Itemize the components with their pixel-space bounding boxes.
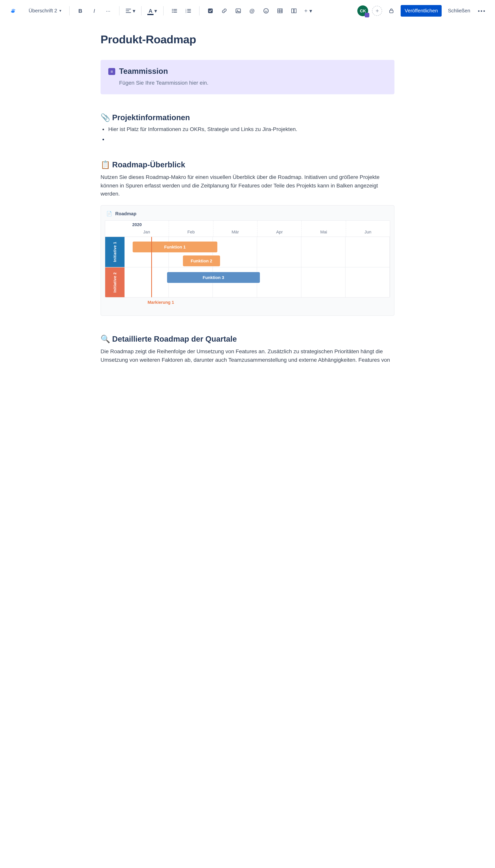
roadmap-marker-line [151,237,152,297]
roadmap-timeline-header: 2020 Jan Feb Mär Apr Mai Jun [105,221,390,237]
svg-point-2 [172,12,173,13]
panel-icon: ≡ [108,68,115,75]
list-item-empty[interactable] [108,136,394,141]
svg-rect-15 [390,10,393,13]
confluence-logo-icon[interactable] [8,5,19,16]
svg-rect-6 [208,8,212,13]
more-formatting-button[interactable]: ··· [103,5,114,16]
close-button[interactable]: Schließen [445,5,473,16]
text-style-select[interactable]: Überschrift 2 ▾ [26,5,64,16]
svg-rect-13 [291,9,293,13]
month-label: Jun [345,221,390,236]
svg-point-0 [172,9,173,10]
lane-area: Funktion 3 [124,267,390,297]
insert-button[interactable]: ＋▾ [302,5,313,16]
section-project-info[interactable]: 📎 Projektinformationen [101,113,394,122]
page-title[interactable]: Produkt-Roadmap [101,33,394,46]
month-label: Mai [302,221,346,236]
svg-rect-14 [294,9,296,13]
mission-heading: Teammission [119,67,168,76]
publish-button[interactable]: Veröffentlichen [401,5,442,16]
magnifier-icon: 🔍 [101,334,108,343]
paperclip-icon: 📎 [101,113,108,122]
chevron-down-icon: ▾ [154,7,157,14]
avatar-initials: CK [360,8,366,13]
month-label: Mär [213,221,257,236]
roadmap-lane: Initiative 1 Funktion 1Funktion 2 [105,237,390,267]
svg-rect-12 [277,9,282,13]
invite-button[interactable]: ＋ [372,5,382,16]
toolbar-separator [69,6,69,15]
roadmap-bar[interactable]: Funktion 1 [133,242,217,252]
lane-label: Initiative 1 [105,237,124,267]
roadmap-marker-label: Markierung 1 [148,300,390,304]
detailed-heading: Detaillierte Roadmap der Quartale [112,335,237,343]
emoji-button[interactable] [260,5,271,16]
image-button[interactable] [233,5,243,16]
numbered-list-button[interactable]: 123 [183,5,193,16]
project-info-heading: Projektinformationen [112,113,190,122]
roadmap-bar[interactable]: Funktion 2 [183,255,220,266]
editor-toolbar: Überschrift 2 ▾ B I ··· ▾ A ▾ 123 [0,0,495,22]
roadmap-year: 2020 [132,222,142,227]
month-label: Feb [169,221,213,236]
text-style-label: Überschrift 2 [29,8,57,14]
toolbar-separator [163,6,164,15]
mention-button[interactable]: @ [246,5,257,16]
document-body[interactable]: Produkt-Roadmap ≡ Teammission Fügen Sie … [101,33,394,366]
section-roadmap[interactable]: 📋 Roadmap-Überblick [101,160,394,169]
roadmap-macro-title: Roadmap [115,211,136,216]
svg-point-9 [263,8,268,13]
toolbar-separator [119,6,119,15]
roadmap-intro[interactable]: Nutzen Sie dieses Roadmap-Makro für eine… [101,173,394,198]
table-button[interactable] [274,5,285,16]
svg-point-8 [237,10,238,11]
roadmap-lane: Initiative 2 Funktion 3 [105,267,390,297]
bold-button[interactable]: B [75,5,86,16]
project-info-list[interactable]: Hier ist Platz für Informationen zu OKRs… [101,126,394,141]
roadmap-body: Initiative 1 Funktion 1Funktion 2 Initia… [105,237,390,297]
chevron-down-icon: ▾ [309,7,312,14]
month-label: Apr [257,221,302,236]
publish-label: Veröffentlichen [405,8,438,14]
section-detailed[interactable]: 🔍 Detaillierte Roadmap der Quartale [101,334,394,343]
svg-point-1 [172,10,173,11]
layouts-button[interactable] [288,5,299,16]
text-color-button[interactable]: A ▾ [147,5,158,16]
roadmap-heading: Roadmap-Überblick [112,160,185,169]
mission-panel[interactable]: ≡ Teammission Fügen Sie Ihre Teammission… [101,60,394,94]
overflow-menu-button[interactable]: ••• [476,5,487,16]
action-item-button[interactable] [205,5,216,16]
presence-avatar[interactable]: CK [358,5,368,16]
lane-label: Initiative 2 [105,267,124,297]
chevron-down-icon: ▾ [133,7,135,14]
mission-placeholder[interactable]: Fügen Sie Ihre Teammission hier ein. [108,79,387,86]
list-item[interactable]: Hier ist Platz für Informationen zu OKRs… [108,126,394,132]
toolbar-separator [199,6,199,15]
close-label: Schließen [448,8,470,14]
month-label: Jan [124,221,169,236]
restrictions-button[interactable] [386,5,397,16]
clipboard-icon: 📋 [101,160,108,169]
svg-point-11 [267,10,267,11]
chevron-down-icon: ▾ [59,8,61,13]
roadmap-bar[interactable]: Funktion 3 [167,272,260,283]
detailed-intro[interactable]: Die Roadmap zeigt die Reihenfolge der Um… [101,348,394,366]
roadmap-macro[interactable]: 📄 Roadmap 2020 Jan Feb Mär Apr Mai Jun [101,205,394,316]
lane-area: Funktion 1Funktion 2 [124,237,390,267]
svg-point-10 [265,10,265,11]
italic-button[interactable]: I [89,5,100,16]
svg-text:3: 3 [185,11,186,13]
link-button[interactable] [219,5,229,16]
toolbar-separator [141,6,141,15]
document-icon: 📄 [106,211,112,216]
align-button[interactable]: ▾ [125,5,136,16]
bullet-list-button[interactable] [169,5,180,16]
